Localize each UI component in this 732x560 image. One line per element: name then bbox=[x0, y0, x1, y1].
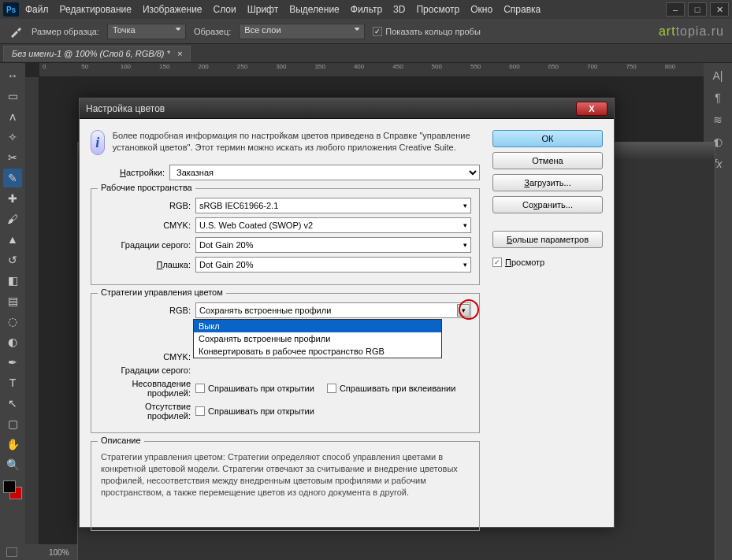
working-spaces-group: Рабочие пространства RGB:sRGB IEC61966-2… bbox=[91, 188, 480, 285]
sample-combo[interactable]: Все слои bbox=[239, 24, 365, 39]
lasso-tool-icon[interactable]: ʌ bbox=[3, 107, 22, 126]
main-menu: Файл Редактирование Изображение Слои Шри… bbox=[25, 4, 541, 15]
pol-gray-label: Градации серого: bbox=[99, 365, 191, 375]
tool-palette: ↔ ▭ ʌ ✧ ✂ ✎ ✚ 🖌 ▲ ↺ ◧ ▤ ◌ ◐ ✒ T ↖ ▢ ✋ 🔍 bbox=[0, 63, 25, 544]
missing-open-checkbox[interactable]: Спрашивать при открытии bbox=[195, 406, 314, 416]
checkmark-icon: ✓ bbox=[492, 258, 502, 267]
checkmark-icon: ✓ bbox=[373, 27, 382, 36]
color-swatch[interactable] bbox=[3, 480, 22, 499]
crop-tool-icon[interactable]: ✂ bbox=[3, 148, 22, 167]
marquee-tool-icon[interactable]: ▭ bbox=[3, 87, 22, 106]
menu-edit[interactable]: Редактирование bbox=[60, 4, 132, 15]
close-tab-icon[interactable]: × bbox=[177, 49, 182, 58]
description-legend: Описание bbox=[98, 436, 144, 445]
dodge-tool-icon[interactable]: ◐ bbox=[3, 332, 22, 351]
minimize-button[interactable]: – bbox=[666, 2, 685, 17]
ruler-horizontal: 0501001502002503003504004505005506006507… bbox=[39, 63, 704, 77]
sample-size-combo[interactable]: Точка bbox=[107, 24, 186, 39]
gradient-tool-icon[interactable]: ▤ bbox=[3, 291, 22, 310]
menu-select[interactable]: Выделение bbox=[289, 4, 340, 15]
pen-tool-icon[interactable]: ✒ bbox=[3, 353, 22, 372]
ws-gray-label: Градации серого: bbox=[99, 240, 191, 250]
preset-label: Настройки: bbox=[114, 168, 165, 177]
heal-tool-icon[interactable]: ✚ bbox=[3, 189, 22, 208]
paragraph-panel-icon[interactable]: ¶ bbox=[715, 91, 721, 104]
ws-cmyk-select[interactable]: U.S. Web Coated (SWOP) v2 bbox=[195, 217, 471, 233]
mismatch-label: Несовпадение профилей: bbox=[99, 379, 191, 398]
watermark: arttopia.ru bbox=[659, 24, 724, 39]
save-button[interactable]: Сохранить... bbox=[492, 196, 603, 213]
zoom-level[interactable]: 100% bbox=[49, 548, 69, 557]
blur-tool-icon[interactable]: ◌ bbox=[3, 312, 22, 331]
load-button[interactable]: Загрузить... bbox=[492, 174, 603, 191]
type-tool-icon[interactable]: T bbox=[3, 373, 22, 392]
preview-checkbox[interactable]: ✓ Просмотр bbox=[492, 258, 603, 267]
close-button[interactable]: ✕ bbox=[710, 2, 729, 17]
dropdown-option-off[interactable]: Выкл bbox=[194, 320, 441, 332]
character-panel-icon[interactable]: A| bbox=[713, 69, 723, 82]
path-tool-icon[interactable]: ↖ bbox=[3, 394, 22, 413]
dialog-titlebar[interactable]: Настройка цветов X bbox=[80, 98, 614, 119]
menu-3d[interactable]: 3D bbox=[393, 4, 405, 15]
ruler-vertical bbox=[25, 77, 39, 544]
maximize-button[interactable]: □ bbox=[688, 2, 707, 17]
menu-image[interactable]: Изображение bbox=[143, 4, 203, 15]
hand-tool-icon[interactable]: ✋ bbox=[3, 435, 22, 454]
ws-spot-select[interactable]: Dot Gain 20% bbox=[195, 257, 471, 273]
ws-rgb-select[interactable]: sRGB IEC61966-2.1 bbox=[195, 198, 471, 213]
dialog-close-button[interactable]: X bbox=[576, 102, 608, 116]
wand-tool-icon[interactable]: ✧ bbox=[3, 128, 22, 146]
pol-rgb-select[interactable]: Сохранять встроенные профили ▾ bbox=[195, 302, 471, 318]
menu-file[interactable]: Файл bbox=[25, 4, 49, 15]
menu-help[interactable]: Справка bbox=[503, 4, 541, 15]
status-icon bbox=[6, 547, 17, 557]
stamp-tool-icon[interactable]: ▲ bbox=[3, 230, 22, 249]
document-tab[interactable]: Без имени-1 @ 100% (Слой 6, RGB/8) * × bbox=[3, 46, 191, 61]
info-text: Более подробная информация по настройкам… bbox=[113, 130, 480, 154]
sample-size-label: Размер образца: bbox=[32, 27, 99, 36]
ws-rgb-label: RGB: bbox=[99, 201, 191, 210]
brush-tool-icon[interactable]: 🖌 bbox=[3, 210, 22, 228]
show-ring-checkbox[interactable]: ✓ Показать кольцо пробы bbox=[373, 27, 481, 36]
swatches-panel-icon[interactable]: ≋ bbox=[713, 113, 723, 126]
document-tab-bar: Без имени-1 @ 100% (Слой 6, RGB/8) * × bbox=[0, 44, 732, 63]
mismatch-paste-checkbox[interactable]: Спрашивать при вклеивании bbox=[327, 384, 455, 393]
ws-spot-label: Плашка: bbox=[99, 260, 191, 269]
fg-color-swatch[interactable] bbox=[3, 480, 16, 493]
description-group: Описание Стратегии управления цветом: Ст… bbox=[91, 441, 480, 531]
eyedropper-tool-icon[interactable]: ✎ bbox=[3, 169, 22, 187]
zoom-tool-icon[interactable]: 🔍 bbox=[3, 455, 22, 474]
preset-select[interactable]: Заказная bbox=[169, 165, 480, 180]
move-tool-icon[interactable]: ↔ bbox=[3, 66, 22, 85]
menu-view[interactable]: Просмотр bbox=[416, 4, 459, 15]
ok-button[interactable]: ОК bbox=[492, 130, 603, 147]
menu-filter[interactable]: Фильтр bbox=[351, 4, 382, 15]
pol-rgb-label: RGB: bbox=[99, 306, 191, 315]
ps-logo-icon: Ps bbox=[3, 2, 19, 17]
dropdown-option-convert[interactable]: Конвертировать в рабочее пространство RG… bbox=[194, 345, 441, 358]
description-text: Стратегии управления цветом: Стратегии о… bbox=[95, 445, 476, 527]
eraser-tool-icon[interactable]: ◧ bbox=[3, 271, 22, 290]
sample-label: Образец: bbox=[194, 27, 231, 36]
color-policies-group: Стратегии управления цветом RGB: Сохраня… bbox=[91, 293, 480, 433]
more-options-button[interactable]: Больше параметров bbox=[492, 231, 603, 248]
color-settings-dialog: Настройка цветов X i Более подробная инф… bbox=[79, 98, 615, 528]
show-ring-label: Показать кольцо пробы bbox=[385, 27, 481, 36]
menu-window[interactable]: Окно bbox=[470, 4, 492, 15]
dropdown-option-preserve[interactable]: Сохранять встроенные профили bbox=[194, 332, 441, 345]
pol-cmyk-label-vis: CMYK: bbox=[99, 352, 191, 362]
shape-tool-icon[interactable]: ▢ bbox=[3, 414, 22, 433]
cancel-button[interactable]: Отмена bbox=[492, 152, 603, 169]
options-bar: Размер образца: Точка Образец: Все слои … bbox=[0, 19, 732, 44]
window-controls: – □ ✕ bbox=[666, 2, 729, 17]
menu-type[interactable]: Шрифт bbox=[247, 4, 278, 15]
history-brush-tool-icon[interactable]: ↺ bbox=[3, 250, 22, 269]
app-titlebar: Ps Файл Редактирование Изображение Слои … bbox=[0, 0, 732, 19]
info-icon: i bbox=[91, 130, 105, 155]
menu-layers[interactable]: Слои bbox=[214, 4, 236, 15]
working-spaces-legend: Рабочие пространства bbox=[98, 183, 195, 192]
ws-gray-select[interactable]: Dot Gain 20% bbox=[195, 237, 471, 253]
color-policies-legend: Стратегии управления цветом bbox=[98, 287, 226, 297]
mismatch-open-checkbox[interactable]: Спрашивать при открытии bbox=[195, 384, 314, 393]
dropdown-arrow-icon[interactable]: ▾ bbox=[457, 304, 470, 317]
